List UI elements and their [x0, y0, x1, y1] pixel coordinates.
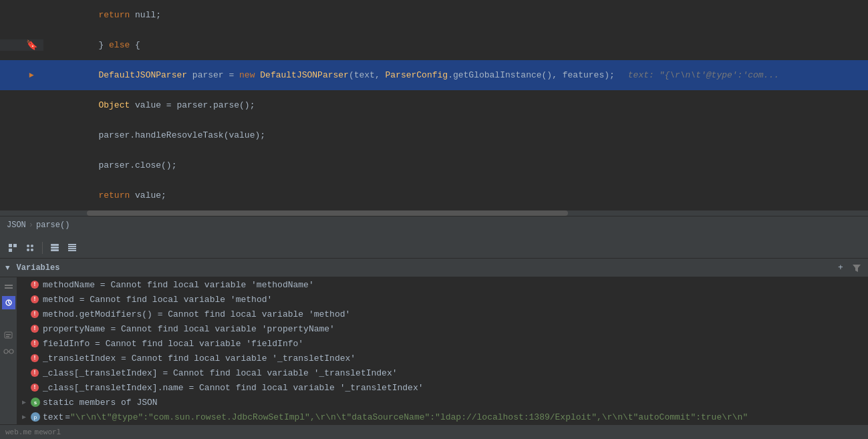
- svg-rect-13: [68, 250, 76, 251]
- static-icon: s: [31, 398, 40, 407]
- code-content: return null;: [43, 0, 868, 30]
- svg-rect-7: [51, 244, 59, 246]
- bookmark-icon: 🔖: [26, 39, 37, 51]
- svg-rect-1: [13, 244, 17, 247]
- variables-list: ! methodName = Cannot find local variabl…: [17, 277, 868, 424]
- status-bar: web.me meworl: [0, 424, 868, 439]
- svg-point-6: [31, 249, 33, 251]
- code-content: } else {: [43, 30, 868, 60]
- code-line: Object value = parser.parse();: [0, 90, 868, 120]
- var-icon[interactable]: [2, 328, 15, 341]
- line-gutter: ►: [0, 71, 43, 80]
- code-content: parser.close();: [43, 150, 868, 180]
- info-icon: p: [31, 412, 40, 422]
- list-item[interactable]: ! propertyName = Cannot find local varia…: [17, 321, 868, 336]
- list-item[interactable]: ▶ p text = "\r\n\t"@type":"com.sun.rowse…: [17, 410, 868, 424]
- code-content: return value;: [43, 180, 868, 210]
- error-icon: !: [31, 339, 39, 347]
- var-name: _class[_transletIndex].name = Cannot fin…: [43, 383, 424, 393]
- breadcrumb-part-1[interactable]: JSON: [7, 221, 26, 230]
- editor-scrollbar[interactable]: [0, 210, 868, 216]
- code-editor: return null; 🔖 } else { ► DefaultJSONPa: [0, 0, 868, 216]
- filter-button[interactable]: [851, 262, 863, 274]
- svg-rect-22: [6, 336, 9, 337]
- glasses-icon[interactable]: [2, 344, 15, 357]
- arrow-icon: ►: [29, 71, 33, 80]
- indent: ▶: [17, 413, 31, 421]
- svg-point-4: [31, 245, 33, 247]
- variables-panel: ▼ Variables +: [0, 259, 868, 439]
- svg-point-24: [9, 349, 13, 353]
- status-text-1: web.me: [5, 428, 32, 436]
- list-item[interactable]: ! method = Cannot find local variable 'm…: [17, 292, 868, 307]
- line-gutter: 🔖: [0, 39, 43, 51]
- var-text-name: text: [43, 412, 63, 422]
- code-content: Object value = parser.parse();: [43, 90, 868, 120]
- var-name: methodName = Cannot find local variable …: [43, 280, 314, 290]
- side-panel: ! methodName = Cannot find local variabl…: [0, 277, 868, 424]
- status-text-2: meworl: [35, 428, 61, 436]
- code-content: parser.handleResovleTask(value);: [43, 120, 868, 150]
- svg-rect-11: [68, 246, 76, 247]
- breadcrumb-part-2[interactable]: parse(): [36, 221, 69, 230]
- code-line: parser.close();: [0, 150, 868, 180]
- error-icon: !: [31, 281, 39, 289]
- watch-icon[interactable]: [2, 296, 15, 309]
- svg-rect-16: [5, 287, 13, 289]
- list-item[interactable]: ! fieldInfo = Cannot find local variable…: [17, 336, 868, 351]
- list-item[interactable]: ! _class[_transletIndex] = Cannot find l…: [17, 365, 868, 380]
- add-watch-button[interactable]: +: [835, 262, 847, 274]
- breadcrumb-separator: ›: [29, 221, 33, 230]
- toolbar-separator: [42, 242, 43, 254]
- var-name: method.getModifiers() = Cannot find loca…: [43, 309, 350, 319]
- list-item[interactable]: ! _transletIndex = Cannot find local var…: [17, 351, 868, 365]
- list-item[interactable]: ! methodName = Cannot find local variabl…: [17, 277, 868, 292]
- reset-button[interactable]: [5, 241, 20, 255]
- svg-rect-12: [68, 248, 76, 249]
- inline-hint: text: "{\r\n\t'@type':'com...: [628, 70, 779, 80]
- var-name: propertyName = Cannot find local variabl…: [43, 324, 335, 334]
- svg-rect-15: [5, 285, 13, 286]
- error-icon: !: [31, 295, 39, 303]
- code-line-highlighted: ► DefaultJSONParser parser = new Default…: [0, 60, 868, 90]
- code-lines: return null; 🔖 } else { ► DefaultJSONPa: [0, 0, 868, 210]
- variables-title: Variables: [17, 263, 60, 273]
- code-line: 🔖 } else {: [0, 30, 868, 60]
- svg-point-3: [27, 245, 29, 247]
- var-name: _transletIndex = Cannot find local varia…: [43, 353, 355, 363]
- svg-rect-0: [9, 244, 12, 247]
- breadcrumb: JSON › parse(): [0, 216, 868, 233]
- svg-marker-14: [853, 265, 861, 272]
- var-text-value: "\r\n\t"@type":"com.sun.rowset.JdbcRowSe…: [70, 412, 748, 422]
- svg-rect-2: [9, 249, 12, 252]
- svg-rect-10: [68, 244, 76, 245]
- list-item[interactable]: ! _class[_transletIndex].name = Cannot f…: [17, 380, 868, 395]
- expand-icon[interactable]: ▼: [5, 264, 10, 272]
- code-content: DefaultJSONParser parser = new DefaultJS…: [43, 60, 868, 90]
- list-button[interactable]: [65, 241, 80, 255]
- error-icon: !: [31, 310, 39, 318]
- var-name: method = Cannot find local variable 'met…: [43, 295, 272, 305]
- error-icon: !: [31, 369, 39, 377]
- variables-header: ▼ Variables +: [0, 259, 868, 277]
- var-static-name: static members of JSON: [43, 398, 158, 408]
- var-name: fieldInfo = Cannot find local variable '…: [43, 339, 303, 349]
- table-button[interactable]: [47, 241, 62, 255]
- expand-arrow: ▶: [22, 413, 26, 421]
- list-item[interactable]: ▶ s static members of JSON: [17, 395, 868, 410]
- code-line: return value;: [0, 180, 868, 210]
- error-icon: !: [31, 354, 39, 362]
- code-line: return null;: [0, 0, 868, 30]
- svg-rect-9: [51, 249, 59, 251]
- svg-rect-21: [6, 334, 11, 335]
- list-item[interactable]: ! method.getModifiers() = Cannot find lo…: [17, 307, 868, 321]
- threads-button[interactable]: [23, 241, 37, 255]
- scrollbar-thumb[interactable]: [87, 210, 568, 216]
- expand-all-icon[interactable]: [2, 280, 15, 293]
- expand-arrow: ▶: [22, 398, 26, 406]
- svg-line-19: [9, 303, 10, 304]
- svg-point-23: [4, 349, 8, 353]
- keyword: return: [98, 10, 130, 20]
- error-icon: !: [31, 325, 39, 333]
- svg-rect-8: [51, 247, 59, 249]
